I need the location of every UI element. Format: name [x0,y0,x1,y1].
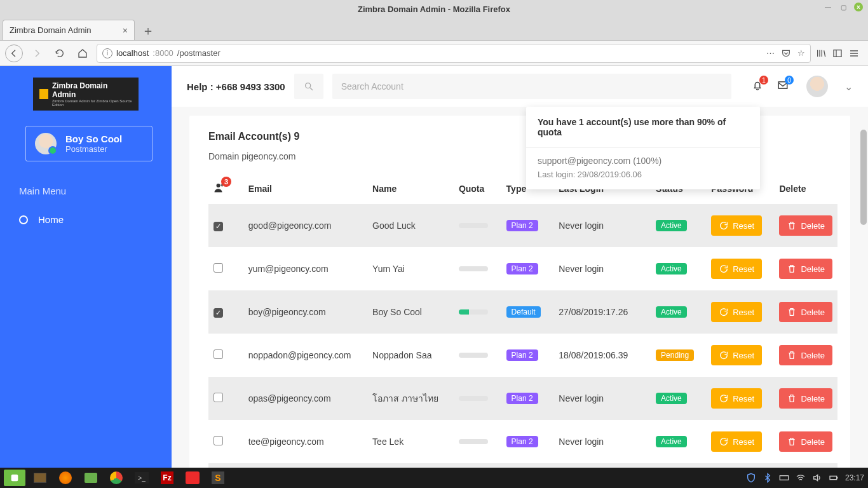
address-host: localhost [116,48,149,58]
system-tray: 23:17 [746,473,864,483]
row-checkbox[interactable] [214,349,223,359]
taskbar-firefox[interactable] [55,470,76,486]
cell-email: tee@pigeoncy.com [243,420,367,463]
trash-icon [787,264,797,274]
row-checkbox[interactable] [214,436,223,445]
taskbar-app-red[interactable] [182,470,203,486]
cell-email: opas@pigeoncy.com [243,377,367,420]
trash-icon [787,350,797,360]
address-bar[interactable]: i localhost:8000/postmaster ⋯ ☆ [97,44,811,63]
reset-button[interactable]: Reset [711,388,762,409]
taskbar-files[interactable] [80,470,102,486]
chevron-down-icon[interactable]: ⌄ [844,81,853,93]
page-actions-icon[interactable]: ⋯ [766,48,775,58]
reset-button[interactable]: Reset [711,431,762,452]
svg-rect-6 [11,475,18,482]
cell-name: โอภาส ภาษาไทย [367,377,454,420]
notification-badge: 1 [759,76,768,85]
window-close-button[interactable]: × [854,3,863,11]
main-area: Help : +668 9493 3300 1 0 ⌄ You have 1 [172,66,868,468]
row-checkbox[interactable]: ✓ [214,222,223,231]
search-button[interactable] [294,74,323,99]
user-role: Postmaster [65,144,122,154]
window-titlebar: Zimbra Domain Admin - Mozilla Firefox — … [0,0,868,18]
status-badge: Active [656,220,687,231]
cell-status: Pending [651,334,706,377]
new-tab-button[interactable]: ＋ [139,21,158,40]
top-avatar[interactable] [806,76,828,97]
delete-button[interactable]: Delete [779,215,832,236]
window-maximize-button[interactable]: ▢ [839,3,848,11]
user-header-badge: 3 [221,177,231,187]
bookmark-star-icon[interactable]: ☆ [797,48,805,58]
shield-icon[interactable] [746,473,756,483]
window-minimize-button[interactable]: — [824,3,832,11]
reload-button[interactable] [51,44,69,62]
home-icon [78,48,88,58]
row-checkbox[interactable] [214,393,223,402]
site-info-icon[interactable]: i [102,48,112,58]
brand-title: Zimbra Domain Admin [52,81,132,99]
taskbar-show-desktop[interactable] [29,470,51,486]
bluetooth-icon[interactable] [763,473,773,483]
browser-tabstrip: Zimbra Domain Admin × ＋ [0,18,868,41]
battery-icon[interactable] [829,473,839,483]
row-checkbox[interactable] [214,263,223,273]
taskbar-terminal[interactable]: >_ [131,470,153,486]
taskbar-chrome[interactable] [105,470,127,486]
cell-quota [454,420,501,463]
user-card[interactable]: Boy So Cool Postmaster [25,126,153,161]
cell-delete: Delete [774,204,837,247]
popover-item[interactable]: support@pigeoncy.com (100%) Last login: … [526,148,760,189]
type-tag: Plan 2 [506,263,538,274]
cell-last-login: Never login [553,247,651,290]
app-sidebar: Zimbra Domain Admin Zimbra Domain Admin … [0,66,172,468]
svg-rect-7 [780,476,788,480]
back-button[interactable] [5,44,23,62]
start-menu-button[interactable] [4,470,25,486]
cell-password: Reset [706,377,774,420]
library-icon[interactable] [816,48,826,58]
clock[interactable]: 23:17 [845,473,864,482]
forward-button[interactable] [28,44,46,62]
sidebar-icon[interactable] [832,48,843,58]
status-badge: Pending [656,349,694,361]
table-row: ✓boy@pigeoncy.comBoy So CoolDefault27/08… [208,290,837,334]
taskbar-sublime[interactable]: S [207,470,229,486]
home-button[interactable] [74,44,92,62]
row-checkbox[interactable]: ✓ [214,308,223,318]
notifications-button[interactable]: 1 [752,79,763,93]
cell-type: Plan 2 [501,377,554,420]
delete-button[interactable]: Delete [779,302,832,322]
reset-button[interactable]: Reset [711,345,762,365]
browser-toolbar: i localhost:8000/postmaster ⋯ ☆ [0,41,868,66]
reset-button[interactable]: Reset [711,259,762,279]
messages-button[interactable]: 0 [777,79,789,93]
search-input[interactable] [332,74,731,99]
taskbar-filezilla[interactable]: Fz [156,470,178,486]
cell-status: Active [651,463,706,468]
delete-button[interactable]: Delete [779,388,832,409]
scrollbar-thumb[interactable] [860,130,867,225]
delete-button[interactable]: Delete [779,259,832,279]
search-icon [304,81,314,92]
tab-close-button[interactable]: × [123,25,128,36]
delete-button[interactable]: Delete [779,345,832,365]
volume-icon[interactable] [812,473,822,483]
cell-delete: Delete [774,420,837,463]
table-row: tee@pigeoncy.comTee LekPlan 2Never login… [208,420,837,463]
table-row: yum@pigeoncy.comYum YaiPlan 2Never login… [208,247,837,290]
status-badge: Active [656,436,687,447]
type-tag: Plan 2 [506,393,538,404]
sidebar-item-home[interactable]: Home [19,214,172,225]
delete-button[interactable]: Delete [779,431,832,452]
keyboard-icon[interactable] [779,473,789,483]
svg-rect-0 [834,50,841,57]
hamburger-menu-icon[interactable] [849,48,859,58]
pocket-icon[interactable] [781,48,791,58]
reset-button[interactable]: Reset [711,215,762,236]
reset-button[interactable]: Reset [711,302,762,322]
browser-tab[interactable]: Zimbra Domain Admin × [3,20,135,40]
wifi-icon[interactable] [796,473,806,483]
refresh-icon [719,437,729,447]
